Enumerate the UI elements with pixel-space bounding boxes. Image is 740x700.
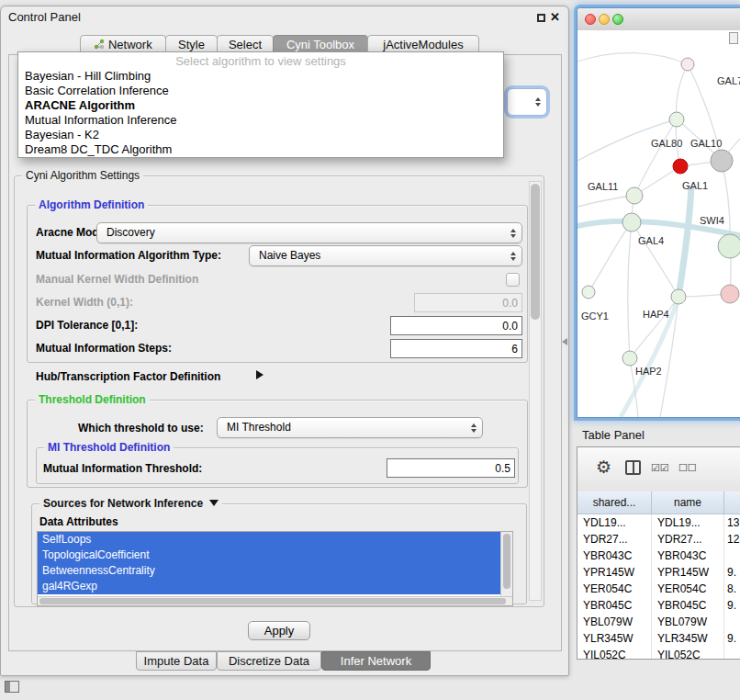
cell-shared: YPR145W xyxy=(577,564,652,581)
dropdown-option-selected[interactable]: ARACNE Algorithm xyxy=(18,98,503,113)
mi-threshold-field[interactable] xyxy=(387,458,515,478)
splitter-collapse-button[interactable] xyxy=(562,338,567,345)
node-label: HAP4 xyxy=(643,309,669,320)
cell-name: YER054C xyxy=(652,581,724,597)
table-row[interactable]: YER054C YER054C 8. xyxy=(577,581,740,597)
cell-value: 12 xyxy=(724,531,740,548)
network-node[interactable] xyxy=(681,58,694,71)
table-row[interactable]: YLR345W YLR345W 9. xyxy=(577,630,740,647)
table-row[interactable]: YDL19... YDL19... 13 xyxy=(577,514,740,531)
network-view-window: GAL7 GAL80 GAL10 GAL11 GAL1 SWI4 GAL4 GC… xyxy=(577,7,740,418)
tab-impute-data[interactable]: Impute Data xyxy=(136,651,217,671)
node-label: HAP2 xyxy=(635,366,662,377)
list-vertical-scrollbar[interactable] xyxy=(500,532,513,596)
network-node-red[interactable] xyxy=(673,159,688,174)
gear-icon[interactable]: ⚙ xyxy=(596,456,611,480)
table-row[interactable]: YBR045C YBR045C 9. xyxy=(577,597,740,614)
tab-label: Select xyxy=(229,38,262,51)
zoom-button[interactable] xyxy=(612,14,623,25)
dpi-tolerance-field[interactable] xyxy=(390,316,522,335)
node-label: GAL11 xyxy=(588,181,618,192)
dropdown-option[interactable]: Dream8 DC_TDC Algorithm xyxy=(18,142,503,157)
kernel-width-label: Kernel Width (0,1): xyxy=(36,296,133,309)
dropdown-option[interactable]: Bayesian - Hill Climbing xyxy=(18,69,503,84)
apply-button[interactable]: Apply xyxy=(248,621,310,640)
cell-value: 9. xyxy=(724,630,740,647)
table-panel-title: Table Panel xyxy=(582,428,645,442)
expand-arrow-icon[interactable] xyxy=(256,370,263,379)
tab-discretize-data[interactable]: Discretize Data xyxy=(217,651,321,671)
network-node[interactable] xyxy=(669,112,684,127)
dropdown-option[interactable]: Mutual Information Inference xyxy=(18,113,503,128)
table-row[interactable]: YBL079W YBL079W xyxy=(577,614,740,630)
network-node[interactable] xyxy=(718,234,740,258)
scrollbar-thumb[interactable] xyxy=(531,184,540,320)
network-node-pink[interactable] xyxy=(721,285,739,303)
network-node[interactable] xyxy=(622,213,641,231)
cell-value xyxy=(724,548,740,564)
close-button[interactable] xyxy=(585,14,596,25)
network-node[interactable] xyxy=(582,286,595,299)
aracne-mode-combobox[interactable]: Discovery xyxy=(96,222,522,243)
control-panel-titlebar: Control Panel ✕ xyxy=(1,6,568,28)
scrollbar-thumb[interactable] xyxy=(39,598,506,604)
cell-name: YPR145W xyxy=(652,564,724,581)
column-header-partial[interactable] xyxy=(724,491,740,514)
float-window-icon[interactable] xyxy=(537,14,545,22)
mi-steps-label: Mutual Information Steps: xyxy=(36,342,172,355)
dpi-tolerance-label: DPI Tolerance [0,1]: xyxy=(36,319,138,332)
column-header-name[interactable]: name xyxy=(652,491,724,514)
tab-label: Infer Network xyxy=(341,654,411,668)
settings-scrollbar[interactable] xyxy=(529,181,542,601)
node-label: GAL10 xyxy=(690,138,722,149)
sources-label-text: Sources for Network Inference xyxy=(43,497,203,510)
list-item[interactable]: TopologicalCoefficient xyxy=(38,548,500,563)
sources-label[interactable]: Sources for Network Inference xyxy=(39,497,222,511)
dropdown-option[interactable]: Bayesian - K2 xyxy=(18,128,503,142)
network-canvas[interactable]: GAL7 GAL80 GAL10 GAL11 GAL1 SWI4 GAL4 GC… xyxy=(577,30,740,417)
table-row[interactable]: YBR043C YBR043C xyxy=(577,548,740,564)
mi-type-combobox[interactable]: Naive Bayes xyxy=(249,245,522,266)
columns-icon[interactable] xyxy=(625,460,641,475)
tab-infer-network[interactable]: Infer Network xyxy=(321,651,431,671)
canvas-scrollbar-button[interactable] xyxy=(729,32,738,44)
algorithm-combobox[interactable] xyxy=(507,88,547,116)
group-title: Algorithm Definition xyxy=(35,198,148,212)
list-item[interactable]: BetweennessCentrality xyxy=(38,563,500,579)
scrollbar-thumb[interactable] xyxy=(503,534,510,589)
manual-kernel-label: Manual Kernel Width Definition xyxy=(36,273,198,286)
clear-selection-icon[interactable]: ☐☐ xyxy=(678,462,697,474)
network-node[interactable] xyxy=(622,351,637,366)
list-item[interactable]: gal4RGexp xyxy=(38,579,500,594)
group-title: MI Threshold Definition xyxy=(44,441,174,455)
table-toolbar: ⚙ ☑☑ ☐☐ xyxy=(577,447,740,492)
network-window-titlebar xyxy=(577,8,740,31)
table-row[interactable]: YIL052C YIL052C xyxy=(577,647,740,660)
panel-dock-icon[interactable] xyxy=(5,681,19,693)
mi-steps-field[interactable] xyxy=(390,339,522,358)
combobox-arrows-icon xyxy=(510,229,516,238)
which-threshold-combobox[interactable]: MI Threshold xyxy=(217,417,483,438)
cell-shared: YBL079W xyxy=(577,614,652,630)
close-icon[interactable]: ✕ xyxy=(550,10,560,24)
network-node[interactable] xyxy=(626,187,643,204)
node-label: SWI4 xyxy=(700,215,724,226)
cell-shared: YLR345W xyxy=(577,630,652,647)
table-row[interactable]: YDR27... YDR27... 12 xyxy=(577,531,740,548)
node-label: GAL80 xyxy=(651,138,682,149)
cell-name: YBR043C xyxy=(652,548,724,564)
column-header-shared[interactable]: shared... xyxy=(577,491,652,514)
select-all-icon[interactable]: ☑☑ xyxy=(651,462,669,474)
mi-type-label: Mutual Information Algorithm Type: xyxy=(36,249,221,262)
network-node-gray[interactable] xyxy=(711,150,733,172)
minimize-button[interactable] xyxy=(599,14,610,25)
list-horizontal-scrollbar[interactable] xyxy=(38,596,512,606)
cell-value: 13 xyxy=(724,514,740,531)
cell-name: YDL19... xyxy=(652,514,724,531)
network-node[interactable] xyxy=(671,289,686,304)
list-item[interactable]: SelfLoops xyxy=(38,532,500,548)
dropdown-option[interactable]: Basic Correlation Inference xyxy=(18,84,503,98)
node-label: GAL1 xyxy=(682,180,708,191)
cell-shared: YER054C xyxy=(577,581,652,597)
table-row[interactable]: YPR145W YPR145W 9. xyxy=(577,564,740,581)
